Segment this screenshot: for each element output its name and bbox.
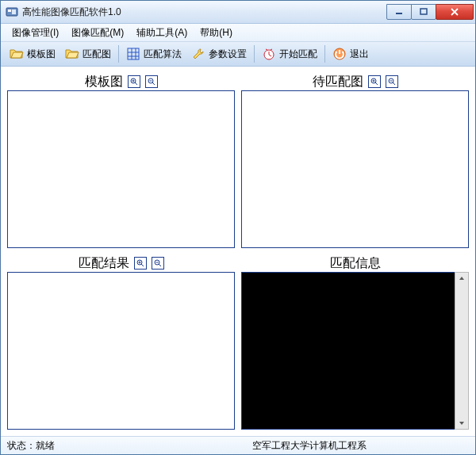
vertical-scrollbar[interactable] [455,272,469,430]
zoom-out-button[interactable] [152,257,164,270]
statusbar: 状态：就绪 空军工程大学计算机工程系 [1,436,475,454]
tool-algorithm-label: 匹配算法 [144,48,182,61]
wrench-icon [191,47,205,61]
status-text: 状态：就绪 [7,439,118,453]
zoom-in-button[interactable] [128,75,140,88]
minimize-button[interactable] [386,4,412,20]
panel-info-head: 匹配信息 [241,254,469,272]
panel-result-title: 匹配结果 [79,255,129,272]
toolbar: 模板图 匹配图 匹配算法 参数设置 开始匹配 退出 [1,42,475,67]
toolbar-separator [324,45,325,63]
panel-template-title: 模板图 [85,74,123,90]
titlebar: 高性能图像匹配软件1.0 [1,1,475,24]
menubar: 图像管理(I) 图像匹配(M) 辅助工具(A) 帮助(H) [1,24,475,42]
svg-line-27 [141,264,144,266]
tool-exit-button[interactable]: 退出 [328,45,373,63]
tool-start-button[interactable]: 开始匹配 [258,45,321,63]
window-title: 高性能图像匹配软件1.0 [22,6,387,19]
panel-template-head: 模板图 [7,73,235,90]
template-image-view[interactable] [7,90,235,248]
panel-info: 匹配信息 [241,254,469,430]
svg-line-17 [152,82,155,85]
menu-help[interactable]: 帮助(H) [194,24,239,42]
svg-rect-4 [420,9,427,14]
pending-image-view[interactable] [241,90,469,248]
panel-template: 模板图 [7,73,235,248]
panel-result-head: 匹配结果 [7,254,235,272]
menu-aux-tools[interactable]: 辅助工具(A) [130,24,194,42]
menu-image-match[interactable]: 图像匹配(M) [65,24,130,42]
panel-result: 匹配结果 [7,254,235,430]
zoom-out-button[interactable] [145,75,158,88]
clock-icon [262,47,276,61]
zoom-in-button[interactable] [368,75,381,88]
result-image-view[interactable] [7,272,235,430]
close-button[interactable] [436,4,474,20]
panel-info-title: 匹配信息 [330,255,381,272]
panel-pending: 待匹配图 [241,73,469,248]
svg-rect-5 [128,48,139,59]
tool-template-button[interactable]: 模板图 [6,45,60,63]
scroll-up-icon[interactable] [455,273,468,284]
svg-rect-2 [12,10,16,14]
tool-template-label: 模板图 [27,48,56,61]
info-text-view[interactable] [241,272,469,430]
tool-matchimg-button[interactable]: 匹配图 [61,45,115,63]
panel-pending-head: 待匹配图 [241,73,469,90]
tool-start-label: 开始匹配 [279,48,317,61]
maximize-button[interactable] [411,4,436,20]
tool-matchimg-label: 匹配图 [83,48,111,61]
window-buttons [387,4,474,20]
svg-line-24 [393,82,395,85]
grid-icon [126,47,140,61]
tool-params-label: 参数设置 [209,48,247,61]
toolbar-separator [254,45,255,63]
main-window: 高性能图像匹配软件1.0 图像管理(I) 图像匹配(M) 辅助工具(A) 帮助(… [0,0,476,455]
app-icon [6,6,18,18]
status-center: 空军工程大学计算机工程系 [150,439,469,453]
panel-pending-title: 待匹配图 [313,74,363,90]
zoom-out-button[interactable] [386,75,398,88]
tool-algorithm-button[interactable]: 匹配算法 [122,45,186,63]
toolbar-separator [118,45,119,63]
scroll-down-icon[interactable] [455,418,468,429]
svg-line-13 [135,82,137,85]
tool-exit-label: 退出 [350,48,369,61]
zoom-in-button[interactable] [134,257,147,270]
svg-rect-1 [8,10,11,12]
folder-open-icon [65,47,79,61]
svg-line-31 [159,264,161,266]
svg-line-20 [375,82,378,85]
folder-open-icon [10,47,24,61]
menu-image-manage[interactable]: 图像管理(I) [6,24,65,42]
power-icon [332,47,347,61]
client-area: 模板图 待匹配图 匹配结果 匹配信息 [1,67,475,436]
tool-params-button[interactable]: 参数设置 [187,45,251,63]
